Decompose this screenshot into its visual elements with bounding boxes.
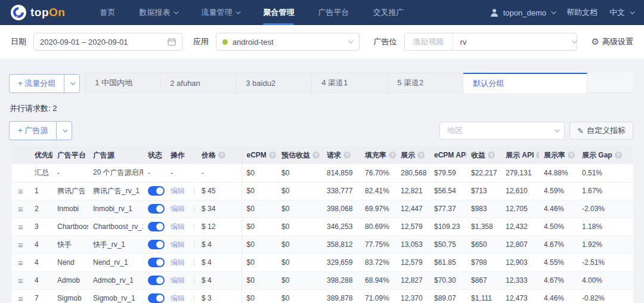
cell-gap: 1.67% (577, 182, 633, 200)
cell-requests: 329,659 (322, 253, 360, 271)
chevron-down-icon (236, 9, 241, 14)
date-range-picker[interactable]: 2020-09-01 – 2020-09-01 (33, 33, 182, 51)
cell-fill_rate: 82.41% (360, 182, 396, 200)
logo-text-on: On (49, 6, 65, 18)
cell-ecpm: $0 (242, 200, 277, 218)
add-traffic-group-dropdown[interactable] (64, 75, 79, 92)
edit-button[interactable]: 编辑 (171, 294, 185, 302)
header-label-platform: 广告平台 (57, 151, 86, 159)
drag-handle-icon[interactable]: ≡ (17, 258, 23, 268)
tab-group-4[interactable]: 4 渠道1 (312, 73, 388, 93)
nav-item-ad-platform[interactable]: 广告平台 (318, 0, 349, 25)
nav-item-cross-promotion[interactable]: 交叉推广 (373, 0, 404, 25)
add-ad-source-dropdown[interactable] (56, 122, 72, 140)
edit-button[interactable]: 编辑 (171, 240, 185, 249)
status-toggle[interactable] (148, 293, 165, 303)
header-label-ecpm: eCPM (247, 151, 267, 159)
tab-group-3[interactable]: 3 baidu2 (236, 73, 312, 93)
cell-est_revenue: $0 (277, 218, 322, 236)
header-ecpm: eCPM? (242, 146, 277, 164)
nav-item-home[interactable]: 首页 (100, 0, 115, 25)
edit-button[interactable]: 编辑 (171, 187, 185, 195)
nav-item-aggregation-management[interactable]: 聚合管理 (263, 0, 294, 25)
cell-status (143, 253, 166, 271)
help-icon[interactable]: ? (269, 152, 276, 159)
tab-group-default-active[interactable]: 默认分组 (463, 73, 587, 93)
status-toggle[interactable] (148, 222, 165, 231)
cell-platform: 快手 (52, 236, 88, 253)
help-icon[interactable]: ? (536, 152, 539, 159)
drag-cell: ≡ (12, 182, 30, 200)
row-menu-icon[interactable]: ⋮ (191, 222, 197, 231)
row-menu-icon[interactable]: ⋮ (191, 258, 197, 267)
row-menu-icon[interactable]: ⋮ (191, 187, 197, 195)
help-icon[interactable]: ? (312, 152, 320, 159)
app-select[interactable]: android-test (216, 33, 360, 51)
row-menu-icon[interactable]: ⋮ (191, 276, 197, 285)
language-switch[interactable]: 中文 (609, 7, 633, 18)
nav-item-data-reports[interactable]: 数据报表 (139, 0, 177, 25)
chevron-down-icon (348, 38, 353, 43)
navbar-right: topon_demo 帮助文档 中文 (490, 7, 633, 18)
custom-metrics-button[interactable]: ✎ 自定义指标 (569, 122, 633, 140)
cell-ecpm: $0 (242, 164, 277, 182)
drag-handle-icon[interactable]: ≡ (17, 240, 23, 250)
help-icon[interactable]: ? (389, 152, 396, 159)
region-select[interactable]: 地区 (439, 122, 565, 140)
drag-cell: ≡ (12, 218, 30, 236)
status-toggle[interactable] (148, 276, 165, 285)
cell-priority: 3 (30, 218, 52, 236)
cell-est_revenue: $0 (277, 253, 322, 271)
drag-handle-icon[interactable]: ≡ (17, 186, 23, 196)
edit-button[interactable]: 编辑 (171, 258, 185, 267)
header-impressions: 展示? (396, 146, 429, 164)
drag-handle-icon[interactable]: ≡ (17, 293, 23, 303)
tab-group-5[interactable]: 5 渠道2 (388, 73, 463, 93)
help-icon[interactable]: ? (417, 152, 425, 159)
status-toggle[interactable] (148, 240, 165, 249)
drag-cell: ≡ (12, 289, 30, 303)
help-docs-link[interactable]: 帮助文档 (566, 7, 597, 18)
status-toggle[interactable] (148, 258, 165, 267)
topon-logo[interactable]: topOn (11, 5, 65, 20)
cell-platform: Nend (52, 253, 88, 271)
add-traffic-group-main[interactable]: + 流量分组 (10, 75, 64, 92)
cell-source: Admob_rv_1 (88, 271, 143, 289)
add-ad-source-main[interactable]: + 广告源 (10, 122, 56, 140)
cell-platform: Admob (52, 271, 88, 289)
gear-icon: ⚙ (592, 36, 599, 47)
placement-select[interactable]: 激励视频 rv (404, 33, 577, 51)
edit-button[interactable]: 编辑 (171, 222, 185, 231)
header-source: 广告源 (88, 146, 143, 164)
header-platform: 广告平台 (52, 146, 88, 164)
row-menu-icon[interactable]: ⋮ (191, 240, 197, 249)
edit-button[interactable]: 编辑 (171, 205, 185, 213)
header-label-impression_rate: 展示率 (544, 151, 565, 159)
parallel-requests-label: 并行请求数: 2 (10, 103, 644, 114)
nav-item-traffic-management[interactable]: 流量管理 (201, 0, 239, 25)
advanced-settings-button[interactable]: ⚙ 高级设置 (592, 36, 633, 47)
cell-impressions: 13,053 (396, 236, 429, 253)
tab-group-2[interactable]: 2 afuhan (160, 73, 236, 93)
status-toggle[interactable] (148, 186, 165, 196)
drag-handle-icon[interactable]: ≡ (17, 276, 23, 286)
cell-platform: Inmobi (52, 200, 88, 218)
help-icon[interactable]: ? (615, 152, 622, 159)
drag-handle-icon[interactable]: ≡ (17, 204, 23, 214)
help-icon[interactable]: ? (343, 152, 351, 159)
row-menu-icon[interactable]: ⋮ (191, 205, 197, 213)
status-toggle[interactable] (148, 204, 165, 214)
help-icon[interactable]: ? (218, 152, 225, 159)
user-menu[interactable]: topon_demo (490, 8, 555, 17)
cell-impressions_api: 12,903 (501, 253, 539, 271)
summary-row: 汇总-20 个广告源启用中---$0$0814,85976.70%280,568… (12, 164, 633, 182)
help-icon[interactable]: ? (568, 152, 575, 159)
row-menu-icon[interactable]: ⋮ (191, 294, 197, 302)
user-icon (490, 8, 499, 17)
edit-button[interactable]: 编辑 (171, 276, 185, 285)
help-icon[interactable]: ? (488, 152, 495, 159)
drag-handle-icon[interactable]: ≡ (17, 222, 23, 232)
cell-platform: Sigmob (52, 289, 88, 303)
topon-logo-icon (11, 5, 26, 20)
tab-group-1[interactable]: 1 中国内地 (85, 73, 160, 93)
